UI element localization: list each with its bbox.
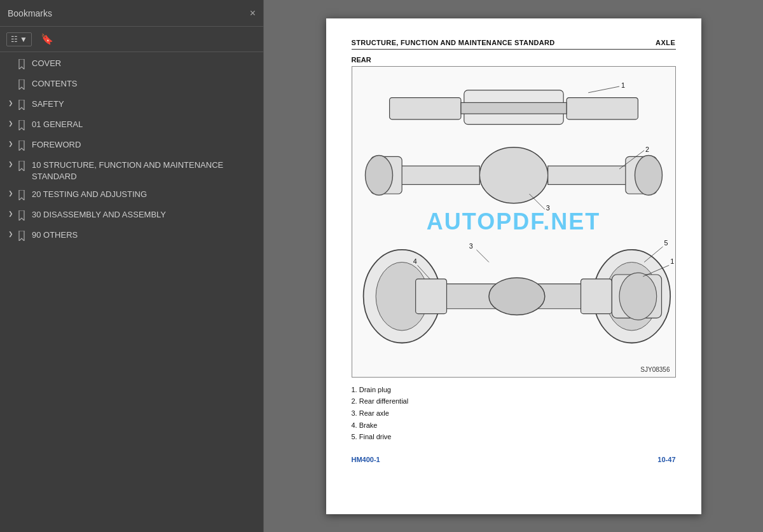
bookmark-item-safety[interactable]: ❯SAFETY bbox=[0, 95, 263, 116]
bookmark-item-general[interactable]: ❯01 GENERAL bbox=[0, 116, 263, 136]
footer-doc-id: HM400-1 bbox=[352, 456, 380, 463]
bookmark-icon-disassembly bbox=[18, 210, 28, 222]
bookmark-icon-testing bbox=[18, 190, 28, 202]
bookmark-icon: 🔖 bbox=[41, 34, 53, 44]
sidebar: Bookmarks × ☷ ▼ 🔖 COVERCONTENTS❯SAFETY❯0… bbox=[0, 0, 264, 532]
svg-rect-6 bbox=[547, 166, 638, 184]
caption-item-3: 3. Rear axle bbox=[352, 407, 676, 419]
svg-text:3: 3 bbox=[469, 242, 472, 250]
doc-footer: HM400-1 10-47 bbox=[352, 456, 676, 463]
bookmark-item-disassembly[interactable]: ❯30 DISASSEMBLY AND ASSEMBLY bbox=[0, 206, 263, 226]
svg-rect-5 bbox=[389, 166, 479, 184]
chevron-icon: ❯ bbox=[5, 210, 17, 217]
bookmark-item-others[interactable]: ❯90 OTHERS bbox=[0, 226, 263, 247]
caption-item-1: 1. Drain plug bbox=[352, 384, 676, 396]
bookmark-list: COVERCONTENTS❯SAFETY❯01 GENERAL❯FOREWORD… bbox=[0, 52, 263, 532]
bookmark-item-cover[interactable]: COVER bbox=[0, 55, 263, 75]
expand-all-button[interactable]: ☷ ▼ bbox=[6, 32, 32, 46]
svg-text:1: 1 bbox=[670, 257, 674, 265]
bookmark-label-testing: 20 TESTING AND ADJUSTING bbox=[32, 189, 258, 200]
sidebar-title: Bookmarks bbox=[8, 8, 52, 18]
chevron-icon: ❯ bbox=[5, 161, 17, 167]
watermark-text: AUTOPDF.NET bbox=[427, 208, 600, 235]
diagram-number: SJY08356 bbox=[640, 366, 670, 373]
diagram-label: REAR bbox=[352, 56, 676, 64]
diagram-area: 1 2 3 3 4 5 1 AUTOPDF.NET bbox=[352, 66, 676, 378]
svg-rect-16 bbox=[415, 278, 446, 313]
sidebar-close-button[interactable]: × bbox=[250, 8, 256, 18]
bookmark-item-testing[interactable]: ❯20 TESTING AND ADJUSTING bbox=[0, 186, 263, 206]
svg-point-4 bbox=[479, 147, 547, 203]
svg-point-9 bbox=[365, 155, 392, 195]
footer-page-number: 10-47 bbox=[657, 456, 675, 463]
bookmark-label-foreword: FOREWORD bbox=[32, 139, 258, 151]
bookmark-icon-cover bbox=[18, 59, 28, 71]
svg-text:4: 4 bbox=[413, 257, 416, 265]
svg-rect-3 bbox=[460, 102, 566, 114]
caption-list: 1. Drain plug2. Rear differential3. Rear… bbox=[352, 384, 676, 443]
bookmark-label-disassembly: 30 DISASSEMBLY AND ASSEMBLY bbox=[32, 209, 258, 221]
svg-rect-2 bbox=[567, 97, 638, 119]
bookmark-label-others: 90 OTHERS bbox=[32, 229, 258, 241]
svg-text:1: 1 bbox=[621, 81, 625, 88]
svg-line-27 bbox=[476, 249, 489, 262]
caption-item-4: 4. Brake bbox=[352, 419, 676, 432]
caption-item-5: 5. Final drive bbox=[352, 431, 676, 443]
bookmark-icon-others bbox=[18, 231, 28, 243]
chevron-icon: ❯ bbox=[5, 231, 17, 237]
bookmark-item-contents[interactable]: CONTENTS bbox=[0, 75, 263, 95]
svg-point-10 bbox=[635, 155, 662, 195]
bookmark-icon-safety bbox=[18, 100, 28, 112]
svg-text:5: 5 bbox=[664, 239, 668, 247]
expand-arrow-icon: ▼ bbox=[20, 35, 27, 44]
caption-item-2: 2. Rear differential bbox=[352, 395, 676, 407]
svg-rect-17 bbox=[581, 278, 612, 313]
bookmark-label-cover: COVER bbox=[32, 58, 258, 69]
bookmark-icon-structure bbox=[18, 161, 28, 173]
bookmark-icon-foreword bbox=[18, 140, 28, 153]
doc-header-title: STRUCTURE, FUNCTION AND MAINTENANCE STAN… bbox=[352, 39, 555, 46]
bookmark-label-safety: SAFETY bbox=[32, 99, 258, 110]
chevron-icon: ❯ bbox=[5, 140, 17, 147]
svg-point-20 bbox=[619, 273, 657, 320]
document-page: STRUCTURE, FUNCTION AND MAINTENANCE STAN… bbox=[326, 18, 701, 514]
svg-rect-1 bbox=[389, 97, 460, 119]
bookmark-icon-contents bbox=[18, 79, 28, 92]
bookmark-label-contents: CONTENTS bbox=[32, 78, 258, 90]
svg-line-21 bbox=[588, 86, 619, 93]
bookmark-item-structure[interactable]: ❯10 STRUCTURE, FUNCTION AND MAINTENANCE … bbox=[0, 156, 263, 186]
grid-icon: ☷ bbox=[11, 35, 18, 44]
bookmark-item-foreword[interactable]: ❯FOREWORD bbox=[0, 136, 263, 156]
chevron-icon: ❯ bbox=[5, 190, 17, 196]
svg-point-18 bbox=[488, 277, 544, 315]
doc-header: STRUCTURE, FUNCTION AND MAINTENANCE STAN… bbox=[352, 39, 676, 50]
main-content-area: STRUCTURE, FUNCTION AND MAINTENANCE STAN… bbox=[264, 0, 763, 532]
sidebar-toolbar: ☷ ▼ 🔖 bbox=[0, 27, 263, 52]
bookmark-view-button[interactable]: 🔖 bbox=[37, 32, 57, 46]
bookmark-label-structure: 10 STRUCTURE, FUNCTION AND MAINTENANCE S… bbox=[32, 160, 258, 182]
doc-header-section: AXLE bbox=[656, 39, 676, 46]
svg-text:2: 2 bbox=[645, 145, 649, 153]
bookmark-label-general: 01 GENERAL bbox=[32, 119, 258, 130]
sidebar-header: Bookmarks × bbox=[0, 0, 263, 27]
chevron-icon: ❯ bbox=[5, 100, 17, 106]
chevron-icon: ❯ bbox=[5, 120, 17, 126]
bookmark-icon-general bbox=[18, 120, 28, 132]
